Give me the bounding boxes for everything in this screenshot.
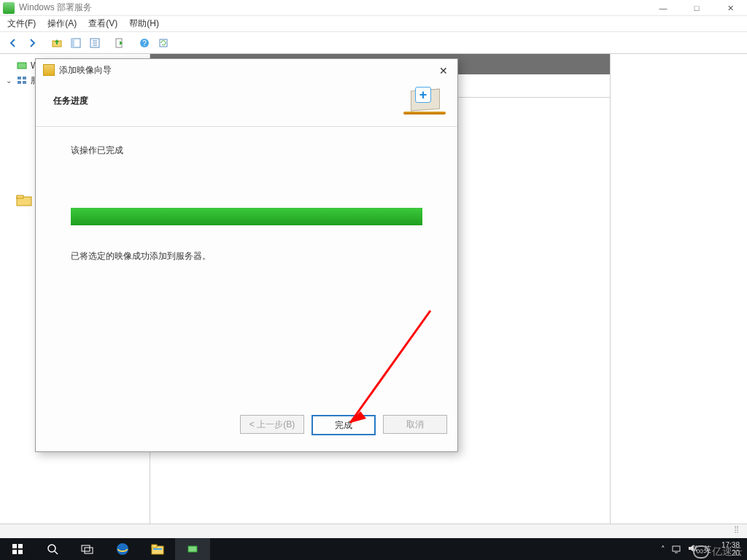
dialog-close-button[interactable]: ✕	[433, 62, 454, 79]
show-hide-tree-button[interactable]	[67, 34, 85, 52]
svg-rect-30	[152, 545, 157, 548]
svg-rect-13	[23, 77, 26, 79]
svg-rect-22	[12, 550, 17, 554]
dialog-icon	[43, 64, 55, 76]
file-explorer-icon[interactable]	[140, 538, 175, 560]
progress-bar	[71, 208, 422, 225]
dialog-footer: < 上一步(B) 完成 取消	[36, 405, 457, 451]
svg-rect-17	[17, 195, 23, 198]
toolbar: ?	[0, 32, 747, 54]
finish-button[interactable]: 完成	[311, 415, 376, 435]
taskbar: ˄ 英 17:38 20	[0, 538, 747, 560]
menubar: 文件(F) 操作(A) 查看(V) 帮助(H)	[0, 16, 747, 32]
svg-rect-15	[23, 81, 26, 84]
statusbar: ⣿	[0, 524, 747, 538]
maximize-button[interactable]: □	[680, 0, 713, 16]
internet-explorer-icon[interactable]	[105, 538, 140, 560]
app-icon	[3, 2, 15, 14]
back-step-button: < 上一步(B)	[240, 415, 304, 434]
add-image-wizard-dialog: 添加映像向导 ✕ 任务进度 + 该操作已完成 已将选定的映像成功添加到服务器。 …	[35, 58, 458, 452]
dialog-body: 该操作已完成 已将选定的映像成功添加到服务器。	[36, 127, 457, 262]
menu-view[interactable]: 查看(V)	[88, 18, 117, 30]
dialog-header: 任务进度 +	[36, 81, 457, 127]
tray-network-icon[interactable]	[671, 543, 681, 555]
actions-pane	[610, 54, 747, 538]
dialog-titlebar[interactable]: 添加映像向导 ✕	[36, 59, 457, 81]
svg-rect-2	[71, 39, 74, 47]
result-message: 已将选定的映像成功添加到服务器。	[71, 250, 422, 262]
task-view-button[interactable]	[70, 538, 105, 560]
help-button[interactable]: ?	[136, 34, 153, 52]
watermark-text: 亿速云	[712, 545, 743, 559]
refresh-button[interactable]	[155, 34, 172, 52]
svg-rect-32	[188, 546, 197, 552]
tree-folder-icon[interactable]	[16, 194, 32, 207]
operation-status: 该操作已完成	[71, 144, 422, 157]
svg-rect-23	[18, 550, 23, 554]
menu-action[interactable]: 操作(A)	[47, 18, 77, 30]
app-title: Windows 部署服务	[19, 1, 92, 14]
export-button[interactable]	[111, 34, 128, 52]
minimize-button[interactable]: —	[646, 0, 680, 16]
svg-rect-27	[85, 548, 93, 553]
svg-rect-31	[153, 548, 162, 550]
svg-point-24	[48, 545, 55, 552]
menu-help[interactable]: 帮助(H)	[129, 18, 159, 30]
svg-rect-11	[18, 63, 26, 69]
up-folder-button[interactable]	[48, 34, 66, 52]
resize-grip[interactable]: ⣿	[734, 526, 744, 537]
start-button[interactable]	[0, 538, 35, 560]
svg-rect-21	[18, 544, 23, 548]
svg-rect-26	[82, 545, 90, 551]
menu-file[interactable]: 文件(F)	[7, 18, 36, 30]
back-button[interactable]	[4, 34, 22, 52]
svg-rect-12	[18, 77, 21, 79]
svg-text:?: ?	[142, 39, 147, 47]
wds-taskbar-icon[interactable]	[175, 538, 210, 560]
dialog-heading: 任务进度	[53, 95, 88, 107]
svg-rect-14	[18, 81, 21, 84]
titlebar: Windows 部署服务 — □ ✕	[0, 0, 747, 16]
tray-expand-icon[interactable]: ˄	[661, 545, 665, 554]
watermark-icon	[693, 545, 709, 559]
wizard-image-icon: +	[403, 84, 446, 117]
forward-button[interactable]	[23, 34, 41, 52]
search-button[interactable]	[35, 538, 70, 560]
cancel-button: 取消	[383, 415, 447, 434]
dialog-title: 添加映像向导	[59, 64, 112, 77]
close-button[interactable]: ✕	[713, 0, 747, 16]
svg-rect-33	[673, 546, 680, 551]
watermark: 亿速云	[693, 545, 743, 559]
svg-line-25	[55, 551, 58, 554]
properties-button[interactable]	[86, 34, 104, 52]
svg-rect-20	[12, 544, 17, 548]
